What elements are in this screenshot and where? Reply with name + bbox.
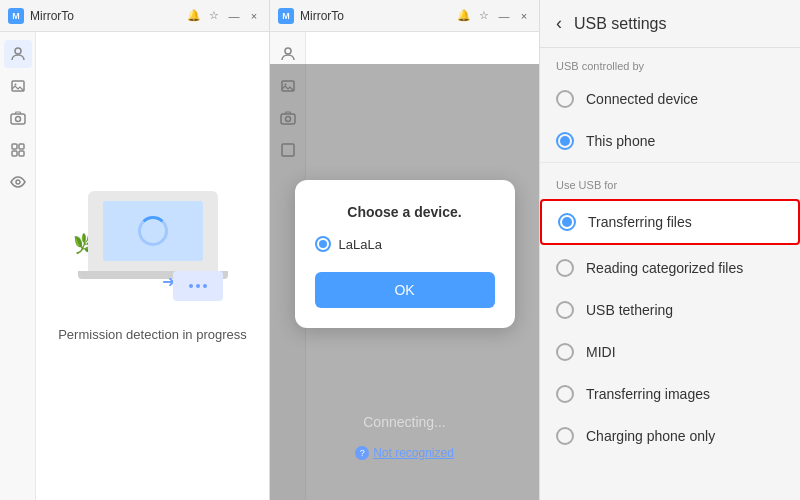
radio-transferring[interactable] (558, 213, 576, 231)
use-usb-label: Use USB for (540, 167, 800, 197)
pin-btn-1[interactable]: ☆ (207, 9, 221, 23)
close-btn-1[interactable]: × (247, 9, 261, 23)
laptop-screen (103, 201, 203, 261)
main-content-1: 🌿 ➜ Permission detection in progress (36, 32, 269, 500)
back-button[interactable]: ‹ (556, 13, 562, 34)
transferring-images-text: Transferring images (586, 386, 710, 402)
loading-spinner (138, 216, 168, 246)
radio-connected-device[interactable] (556, 90, 574, 108)
status-text: Permission detection in progress (58, 327, 247, 342)
connecting-text: Connecting... (363, 414, 446, 430)
sidebar-1 (0, 32, 36, 500)
dialog-ok-button[interactable]: OK (315, 272, 495, 308)
use-usb-section: Use USB for Transferring files Reading c… (540, 167, 800, 457)
radio-charging[interactable] (556, 427, 574, 445)
usb-option-connected-device[interactable]: Connected device (540, 78, 800, 120)
sidebar-icon-profile[interactable] (4, 40, 32, 68)
laptop-body (88, 191, 218, 271)
usb-option-transferring-images[interactable]: Transferring images (540, 373, 800, 415)
sidebar-icon-image[interactable] (4, 72, 32, 100)
window-controls-2: 🔔 ☆ — × (457, 9, 531, 23)
transferring-files-text: Transferring files (588, 214, 692, 230)
panel2-body: Choose a device. LaLaLa OK Connecting...… (270, 32, 539, 500)
app-title-1: MirrorTo (30, 9, 187, 23)
svg-point-10 (285, 48, 291, 54)
svg-rect-5 (12, 144, 17, 149)
charging-only-text: Charging phone only (586, 428, 715, 444)
dot-1 (189, 284, 193, 288)
help-icon: ? (355, 446, 369, 460)
this-phone-text: This phone (586, 133, 655, 149)
radio-images[interactable] (556, 385, 574, 403)
window-controls-1: 🔔 ☆ — × (187, 9, 261, 23)
app-title-2: MirrorTo (300, 9, 457, 23)
svg-rect-7 (12, 151, 17, 156)
dialog-container: Choose a device. LaLaLa OK (295, 94, 515, 414)
svg-point-2 (14, 84, 16, 86)
connected-device-text: Connected device (586, 91, 698, 107)
illustration: 🌿 ➜ (73, 191, 233, 311)
close-btn-2[interactable]: × (517, 9, 531, 23)
sidebar-icon-camera[interactable] (4, 104, 32, 132)
usb-header: ‹ USB settings (540, 0, 800, 48)
usb-settings-title: USB settings (574, 15, 666, 33)
radio-this-phone[interactable] (556, 132, 574, 150)
usb-option-midi[interactable]: MIDI (540, 331, 800, 373)
radio-reading[interactable] (556, 259, 574, 277)
usb-option-reading-categorized[interactable]: Reading categorized files (540, 247, 800, 289)
svg-point-4 (15, 117, 20, 122)
svg-point-9 (16, 180, 20, 184)
bottom-status: Connecting... ? Not recognized (355, 414, 454, 460)
dialog-title: Choose a device. (315, 204, 495, 220)
not-recognized-link[interactable]: ? Not recognized (355, 446, 454, 460)
device-name: LaLaLa (339, 237, 382, 252)
usb-option-usb-tethering[interactable]: USB tethering (540, 289, 800, 331)
notification-btn-2[interactable]: 🔔 (457, 9, 471, 23)
phone-device (173, 271, 223, 301)
app-icon-1: M (8, 8, 24, 24)
divider-1 (540, 162, 800, 163)
radio-tethering[interactable] (556, 301, 574, 319)
usb-option-charging-only[interactable]: Charging phone only (540, 415, 800, 457)
sidebar-icon-eye[interactable] (4, 168, 32, 196)
svg-rect-8 (19, 151, 24, 156)
svg-rect-3 (11, 114, 25, 124)
minimize-btn-2[interactable]: — (497, 9, 511, 23)
usb-option-this-phone[interactable]: This phone (540, 120, 800, 162)
usb-tethering-text: USB tethering (586, 302, 673, 318)
pin-btn-2[interactable]: ☆ (477, 9, 491, 23)
minimize-btn-1[interactable]: — (227, 9, 241, 23)
dialog-overlay: Choose a device. LaLaLa OK Connecting...… (270, 64, 539, 500)
device-radio-selected[interactable] (315, 236, 331, 252)
panel-mirrorto-1: M MirrorTo 🔔 ☆ — × (0, 0, 270, 500)
svg-rect-6 (19, 144, 24, 149)
radio-midi[interactable] (556, 343, 574, 361)
midi-text: MIDI (586, 344, 616, 360)
choose-device-dialog: Choose a device. LaLaLa OK (295, 180, 515, 328)
title-bar-1: M MirrorTo 🔔 ☆ — × (0, 0, 269, 32)
app-layout-1: 🌿 ➜ Permission detection in progress (0, 32, 269, 500)
not-recognized-text: Not recognized (373, 446, 454, 460)
dot-3 (203, 284, 207, 288)
svg-point-0 (15, 48, 21, 54)
panel-mirrorto-2: M MirrorTo 🔔 ☆ — × Cho (270, 0, 540, 500)
notification-btn-1[interactable]: 🔔 (187, 9, 201, 23)
sidebar-icon-grid[interactable] (4, 136, 32, 164)
usb-option-transferring-files[interactable]: Transferring files (540, 199, 800, 245)
usb-controlled-section: USB controlled by Connected device This … (540, 48, 800, 162)
app-icon-2: M (278, 8, 294, 24)
usb-controlled-label: USB controlled by (540, 48, 800, 78)
phone-dots (189, 284, 207, 288)
title-bar-2: M MirrorTo 🔔 ☆ — × (270, 0, 539, 32)
dot-2 (196, 284, 200, 288)
dialog-device-option[interactable]: LaLaLa (315, 236, 495, 252)
panel-usb-settings: ‹ USB settings USB controlled by Connect… (540, 0, 800, 500)
reading-categorized-text: Reading categorized files (586, 260, 743, 276)
